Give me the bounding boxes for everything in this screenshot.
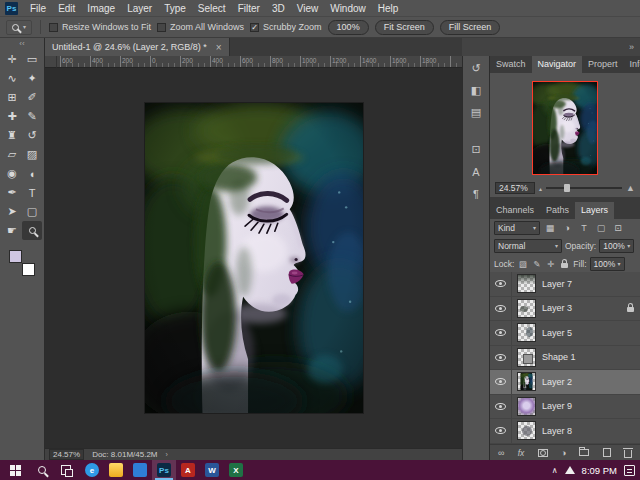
paragraph-panel-icon[interactable]: ¶: [467, 186, 485, 201]
start-button[interactable]: [0, 460, 30, 480]
lasso-tool[interactable]: ∿: [2, 69, 22, 88]
taskbar-excel[interactable]: X: [224, 460, 248, 480]
menu-type[interactable]: Type: [158, 0, 192, 17]
layer-thumbnail[interactable]: [517, 299, 536, 318]
crop-tool[interactable]: ⊞: [2, 88, 22, 107]
layer-style-icon[interactable]: fx: [518, 448, 525, 458]
blur-tool[interactable]: ◉: [2, 164, 22, 183]
tab-swatches[interactable]: Swatch: [490, 56, 532, 73]
taskbar-store[interactable]: [128, 460, 152, 480]
marquee-tool[interactable]: ▭: [22, 50, 42, 69]
tool-preset-picker[interactable]: ▾: [6, 20, 32, 35]
menu-select[interactable]: Select: [192, 0, 232, 17]
healing-brush-tool[interactable]: ✚: [2, 107, 22, 126]
menu-3d[interactable]: 3D: [266, 0, 291, 17]
lock-pixels-icon[interactable]: ✎: [531, 257, 542, 270]
tab-properties[interactable]: Propert: [582, 56, 624, 73]
task-view-button[interactable]: [54, 460, 78, 480]
canvas-area[interactable]: 600 400 200 0 200 400 600 800 1000 1200 …: [45, 56, 462, 448]
taskbar-photoshop[interactable]: Ps: [152, 460, 176, 480]
new-layer-icon[interactable]: [603, 448, 611, 457]
menu-window[interactable]: Window: [324, 0, 372, 17]
layer-thumbnail[interactable]: [517, 323, 536, 342]
zoom-all-windows-checkbox[interactable]: Zoom All Windows: [157, 22, 244, 32]
layer-thumbnail[interactable]: [517, 372, 536, 391]
status-zoom-field[interactable]: 24.57%: [49, 449, 84, 460]
pen-tool[interactable]: ✒: [2, 183, 22, 202]
quick-selection-tool[interactable]: ✦: [22, 69, 42, 88]
link-layers-icon[interactable]: ∞: [498, 448, 504, 458]
filter-adjustment-layers-icon[interactable]: ◑: [560, 221, 574, 235]
adjustments-panel-icon[interactable]: ◧: [467, 83, 485, 98]
history-panel-icon[interactable]: ↺: [467, 61, 485, 76]
zoom-100-button[interactable]: 100%: [328, 20, 369, 35]
character-panel-icon[interactable]: A: [467, 164, 485, 179]
shape-tool[interactable]: ▢: [22, 202, 42, 221]
visibility-cell[interactable]: [490, 346, 512, 370]
lock-transparency-icon[interactable]: ▨: [517, 257, 528, 270]
foreground-color-swatch[interactable]: [9, 250, 22, 263]
navigator-zoom-field[interactable]: 24.57%: [495, 182, 535, 194]
resize-windows-checkbox[interactable]: Resize Windows to Fit: [49, 22, 151, 32]
eyedropper-tool[interactable]: ✐: [22, 88, 42, 107]
layer-thumbnail[interactable]: [517, 421, 536, 440]
layer-row-layer-3[interactable]: Layer 3: [490, 297, 640, 322]
fill-screen-button[interactable]: Fill Screen: [440, 20, 501, 35]
tab-navigator[interactable]: Navigator: [532, 56, 583, 73]
layer-row-layer-7[interactable]: Layer 7: [490, 272, 640, 297]
zoom-out-icon[interactable]: ▴: [539, 185, 542, 192]
fit-screen-button[interactable]: Fit Screen: [375, 20, 434, 35]
tab-paths[interactable]: Paths: [540, 202, 575, 219]
blend-mode-dropdown[interactable]: Normal ▾: [494, 239, 562, 253]
visibility-cell[interactable]: [490, 297, 512, 321]
visibility-cell[interactable]: [490, 370, 512, 394]
taskbar-word[interactable]: W: [200, 460, 224, 480]
styles-panel-icon[interactable]: ▤: [467, 105, 485, 120]
opacity-dropdown[interactable]: 100% ▾: [599, 239, 634, 253]
menu-layer[interactable]: Layer: [121, 0, 158, 17]
layer-thumbnail[interactable]: [517, 397, 536, 416]
filter-smart-objects-icon[interactable]: ⊡: [611, 221, 625, 235]
move-tool[interactable]: ✛: [2, 50, 22, 69]
tab-channels[interactable]: Channels: [490, 202, 540, 219]
action-center-icon[interactable]: [624, 465, 635, 476]
filter-type-layers-icon[interactable]: T: [577, 221, 591, 235]
lock-all-icon[interactable]: [559, 257, 570, 270]
ruler-origin-box[interactable]: [45, 56, 57, 68]
dodge-tool[interactable]: ◖: [22, 164, 42, 183]
eraser-tool[interactable]: ▱: [2, 145, 22, 164]
taskbar-acrobat[interactable]: A: [176, 460, 200, 480]
adjustment-layer-icon[interactable]: ◑: [561, 448, 566, 458]
menu-edit[interactable]: Edit: [52, 0, 81, 17]
slider-knob[interactable]: [564, 184, 570, 192]
type-tool[interactable]: T: [22, 183, 42, 202]
add-layer-mask-icon[interactable]: [538, 449, 548, 457]
zoom-in-icon[interactable]: ▲: [626, 183, 635, 193]
horizontal-ruler[interactable]: 600 400 200 0 200 400 600 800 1000 1200 …: [45, 56, 462, 68]
close-icon[interactable]: ×: [216, 42, 222, 53]
new-group-icon[interactable]: [579, 449, 589, 456]
taskbar-edge[interactable]: e: [80, 460, 104, 480]
visibility-cell[interactable]: [490, 321, 512, 345]
menu-help[interactable]: Help: [372, 0, 405, 17]
collapse-panels-icon[interactable]: »: [629, 42, 634, 52]
document-tab[interactable]: Untitled-1 @ 24.6% (Layer 2, RGB/8) * ×: [45, 38, 230, 56]
visibility-cell[interactable]: [490, 272, 512, 296]
status-menu-arrow-icon[interactable]: ›: [166, 451, 168, 458]
layer-thumbnail[interactable]: [517, 348, 536, 367]
menu-file[interactable]: File: [24, 0, 52, 17]
history-brush-tool[interactable]: ↺: [22, 126, 42, 145]
brush-tool[interactable]: ✎: [22, 107, 42, 126]
filter-shape-layers-icon[interactable]: ▢: [594, 221, 608, 235]
layer-row-layer-9[interactable]: Layer 9: [490, 395, 640, 420]
visibility-cell[interactable]: [490, 395, 512, 419]
search-button[interactable]: [30, 460, 54, 480]
delete-layer-icon[interactable]: [624, 448, 632, 458]
show-hidden-icons[interactable]: ∧: [552, 466, 558, 475]
network-icon[interactable]: [565, 466, 575, 474]
layer-filter-kind-dropdown[interactable]: Kind ▾: [494, 221, 540, 235]
menu-filter[interactable]: Filter: [232, 0, 266, 17]
navigator-proxy-view[interactable]: [532, 81, 598, 175]
tab-info[interactable]: Info: [624, 56, 640, 73]
layer-row-layer-2[interactable]: Layer 2: [490, 370, 640, 395]
